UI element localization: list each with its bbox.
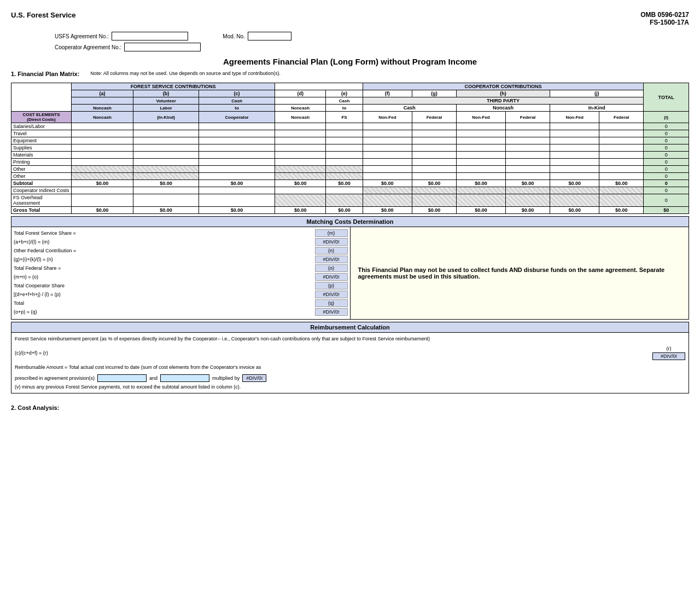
cell[interactable] (275, 166, 326, 173)
cell[interactable] (133, 137, 199, 144)
cell[interactable] (550, 159, 599, 166)
coop-indirect-cell[interactable] (275, 187, 326, 194)
cell[interactable]: 0 (644, 130, 689, 137)
cell[interactable]: 0 (644, 173, 689, 180)
cell[interactable] (363, 144, 412, 152)
coop-indirect-cell[interactable] (506, 187, 550, 194)
cell[interactable] (456, 130, 505, 137)
cell[interactable] (456, 159, 505, 166)
cell[interactable] (412, 137, 456, 144)
fs-overhead-cell[interactable] (599, 194, 644, 207)
cell[interactable] (275, 137, 326, 144)
cell[interactable] (363, 166, 412, 173)
cell[interactable] (363, 152, 412, 159)
fs-overhead-cell[interactable] (72, 194, 133, 207)
coop-indirect-cell[interactable] (363, 187, 412, 194)
cell[interactable] (550, 137, 599, 144)
cell[interactable] (275, 123, 326, 130)
cell[interactable] (275, 159, 326, 166)
usfs-agreement-input[interactable] (112, 32, 188, 40)
fs-overhead-cell[interactable] (199, 194, 275, 207)
cell[interactable] (72, 173, 133, 180)
cell[interactable] (456, 123, 505, 130)
coop-indirect-cell[interactable] (326, 187, 363, 194)
cell[interactable] (412, 130, 456, 137)
cell[interactable] (412, 173, 456, 180)
coop-indirect-cell[interactable]: 0 (644, 187, 689, 194)
cell[interactable] (363, 137, 412, 144)
cell[interactable] (133, 173, 199, 180)
cell[interactable] (326, 137, 363, 144)
cell[interactable] (550, 173, 599, 180)
cell[interactable] (275, 152, 326, 159)
fs-overhead-cell[interactable] (550, 194, 599, 207)
cell[interactable]: 0 (644, 166, 689, 173)
cell[interactable] (506, 159, 550, 166)
coop-indirect-cell[interactable] (550, 187, 599, 194)
cell[interactable] (599, 130, 644, 137)
cell[interactable] (72, 152, 133, 159)
cell[interactable] (506, 166, 550, 173)
cell[interactable] (326, 159, 363, 166)
cell[interactable] (550, 130, 599, 137)
cell[interactable] (326, 173, 363, 180)
fs-overhead-cell[interactable] (363, 194, 412, 207)
cell[interactable] (456, 166, 505, 173)
cell[interactable] (599, 173, 644, 180)
cell[interactable] (133, 152, 199, 159)
cell[interactable] (133, 166, 199, 173)
cell[interactable] (363, 173, 412, 180)
coop-agreement-input[interactable] (124, 43, 201, 51)
cell[interactable]: 0 (644, 123, 689, 130)
cell[interactable] (550, 152, 599, 159)
cell[interactable]: 0 (644, 144, 689, 152)
cell[interactable] (326, 144, 363, 152)
cell[interactable] (506, 137, 550, 144)
cell[interactable] (72, 166, 133, 173)
cell[interactable] (506, 144, 550, 152)
cell[interactable] (326, 123, 363, 130)
cell[interactable] (199, 144, 275, 152)
cell[interactable] (363, 130, 412, 137)
coop-indirect-cell[interactable] (72, 187, 133, 194)
cell[interactable] (506, 152, 550, 159)
cell[interactable] (599, 159, 644, 166)
cell[interactable] (72, 130, 133, 137)
cell[interactable] (199, 130, 275, 137)
cell[interactable] (456, 144, 505, 152)
cell[interactable] (506, 173, 550, 180)
cell[interactable] (456, 152, 505, 159)
fs-overhead-cell[interactable] (506, 194, 550, 207)
cell[interactable] (550, 123, 599, 130)
fs-overhead-cell[interactable] (456, 194, 505, 207)
cell[interactable] (506, 130, 550, 137)
cell[interactable] (275, 144, 326, 152)
cell[interactable] (456, 173, 505, 180)
coop-indirect-cell[interactable] (456, 187, 505, 194)
cell[interactable] (412, 152, 456, 159)
cell[interactable] (412, 144, 456, 152)
fs-overhead-cell[interactable] (275, 194, 326, 207)
cell[interactable] (199, 123, 275, 130)
cell[interactable] (599, 137, 644, 144)
cell[interactable] (72, 144, 133, 152)
cell[interactable] (456, 137, 505, 144)
cell[interactable] (72, 159, 133, 166)
cell[interactable] (275, 130, 326, 137)
cell[interactable] (550, 166, 599, 173)
reimb-prescribed-input[interactable] (97, 374, 147, 382)
reimb-and-input[interactable] (160, 374, 209, 382)
cell[interactable] (599, 144, 644, 152)
cell[interactable] (412, 166, 456, 173)
cell[interactable]: 0 (644, 152, 689, 159)
cell[interactable] (326, 130, 363, 137)
fs-overhead-cell[interactable]: 0 (644, 194, 689, 207)
cell[interactable] (133, 130, 199, 137)
fs-overhead-cell[interactable] (133, 194, 199, 207)
cell[interactable]: 0 (644, 159, 689, 166)
cell[interactable] (199, 173, 275, 180)
cell[interactable] (326, 152, 363, 159)
cell[interactable] (199, 137, 275, 144)
mod-input[interactable] (248, 32, 291, 40)
fs-overhead-cell[interactable] (326, 194, 363, 207)
